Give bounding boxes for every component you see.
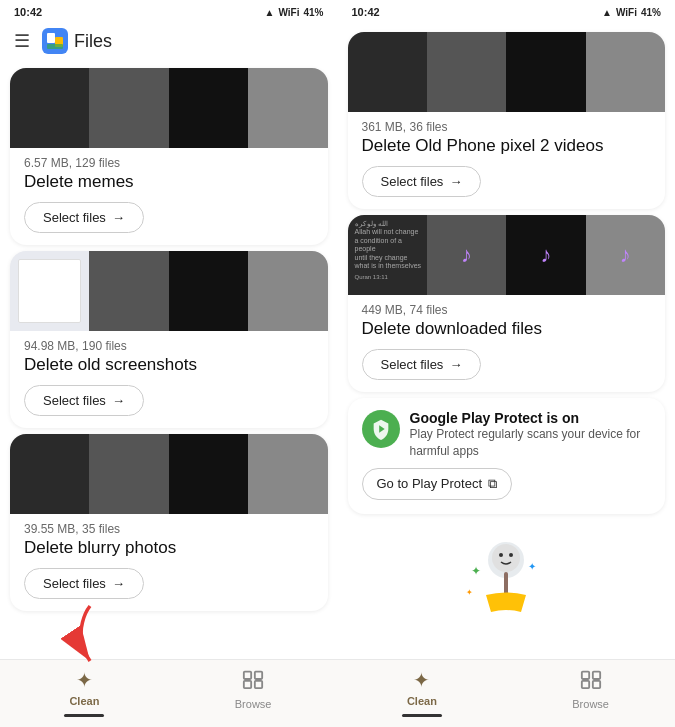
- right-bottom-nav: ✦ Clean Browse: [338, 659, 676, 727]
- right-clean-label: Clean: [407, 695, 437, 707]
- svg-rect-6: [255, 672, 262, 679]
- clean-illustration: ✦ ✦ ✦: [338, 520, 676, 630]
- right-battery-label: 41%: [641, 7, 661, 18]
- play-protect-icon: [362, 410, 400, 448]
- svg-rect-19: [592, 672, 599, 679]
- right-nav-indicator: [402, 714, 442, 717]
- videos-card: 361 MB, 36 files Delete Old Phone pixel …: [348, 32, 666, 209]
- downloads-info: 449 MB, 74 files Delete downloaded files…: [348, 295, 666, 392]
- pp-text-block: Google Play Protect is on Play Protect r…: [410, 410, 652, 460]
- music-note-3: ♪: [620, 242, 631, 268]
- svg-rect-21: [592, 681, 599, 688]
- videos-images: [348, 32, 666, 112]
- red-arrow: [60, 601, 120, 675]
- music-note-2: ♪: [540, 242, 551, 268]
- play-protect-card: Google Play Protect is on Play Protect r…: [348, 398, 666, 514]
- app-name: Files: [74, 31, 112, 52]
- memes-info: 6.57 MB, 129 files Delete memes Select f…: [10, 148, 328, 245]
- go-protect-label: Go to Play Protect: [377, 476, 483, 491]
- right-time: 10:42: [352, 6, 380, 18]
- svg-rect-7: [244, 681, 251, 688]
- pp-title: Google Play Protect is on: [410, 410, 652, 426]
- right-browse-icon: [580, 668, 602, 695]
- meme-img-3: [169, 68, 248, 148]
- memes-meta: 6.57 MB, 129 files: [24, 156, 314, 170]
- blurry-meta: 39.55 MB, 35 files: [24, 522, 314, 536]
- left-phone-panel: 10:42 ▲ WiFi 41% ☰ Files: [0, 0, 338, 727]
- blur-img-4: [248, 434, 327, 514]
- svg-rect-18: [581, 672, 588, 679]
- svg-rect-5: [244, 672, 251, 679]
- left-time: 10:42: [14, 6, 42, 18]
- svg-text:✦: ✦: [528, 561, 536, 572]
- blurry-info: 39.55 MB, 35 files Delete blurry photos …: [10, 514, 328, 611]
- right-phone-panel: 10:42 ▲ WiFi 41% 361 MB, 36 files Delete…: [338, 0, 676, 727]
- blurry-title: Delete blurry photos: [24, 538, 314, 558]
- memes-card: 6.57 MB, 129 files Delete memes Select f…: [10, 68, 328, 245]
- files-logo-icon: [42, 28, 68, 54]
- memes-title: Delete memes: [24, 172, 314, 192]
- right-scroll-content: 361 MB, 36 files Delete Old Phone pixel …: [338, 22, 676, 659]
- browse-label: Browse: [235, 698, 272, 710]
- blur-img-3: [169, 434, 248, 514]
- ss-img-2: [89, 251, 168, 331]
- nav-indicator: [64, 714, 104, 717]
- meme-img-4: [248, 68, 327, 148]
- vid-img-1: [348, 32, 427, 112]
- left-nav-browse[interactable]: Browse: [169, 660, 338, 719]
- menu-icon[interactable]: ☰: [14, 30, 30, 52]
- svg-text:✦: ✦: [471, 564, 481, 578]
- screenshots-select-button[interactable]: Select files →: [24, 385, 144, 416]
- app-logo: Files: [42, 28, 112, 54]
- blur-img-1: [10, 434, 89, 514]
- clean-svg: ✦ ✦ ✦: [456, 540, 556, 620]
- battery-label: 41%: [303, 7, 323, 18]
- downloads-meta: 449 MB, 74 files: [362, 303, 652, 317]
- go-play-protect-button[interactable]: Go to Play Protect ⧉: [362, 468, 513, 500]
- memes-select-button[interactable]: Select files →: [24, 202, 144, 233]
- downloads-card: الله ولو كره Allah will not change a con…: [348, 215, 666, 392]
- ss-img-3: [169, 251, 248, 331]
- right-status-icons: ▲ WiFi 41%: [602, 7, 661, 18]
- right-browse-label: Browse: [572, 698, 609, 710]
- downloads-title: Delete downloaded files: [362, 319, 652, 339]
- pp-subtitle: Play Protect regularly scans your device…: [410, 426, 652, 460]
- vid-img-2: [427, 32, 506, 112]
- screenshots-title: Delete old screenshots: [24, 355, 314, 375]
- left-status-bar: 10:42 ▲ WiFi 41%: [0, 0, 338, 22]
- svg-point-13: [509, 553, 513, 557]
- left-scroll-content: 6.57 MB, 129 files Delete memes Select f…: [0, 62, 338, 659]
- screenshots-images: [10, 251, 328, 331]
- wifi-icon: WiFi: [278, 7, 299, 18]
- svg-rect-1: [47, 33, 55, 43]
- svg-point-11: [492, 544, 520, 572]
- svg-text:✦: ✦: [466, 588, 473, 597]
- downloads-select-button[interactable]: Select files →: [362, 349, 482, 380]
- shield-play-svg: [370, 418, 392, 440]
- screenshots-card: 94.98 MB, 190 files Delete old screensho…: [10, 251, 328, 428]
- blur-img-2: [89, 434, 168, 514]
- dl-img-3: ♪: [506, 215, 585, 295]
- left-top-bar: ☰ Files: [0, 22, 338, 62]
- blurry-card: 39.55 MB, 35 files Delete blurry photos …: [10, 434, 328, 611]
- meme-img-1: [10, 68, 89, 148]
- clean-label: Clean: [69, 695, 99, 707]
- dl-img-4: ♪: [586, 215, 665, 295]
- right-nav-browse[interactable]: Browse: [506, 660, 675, 719]
- right-nav-clean[interactable]: ✦ Clean: [338, 660, 507, 719]
- videos-select-button[interactable]: Select files →: [362, 166, 482, 197]
- external-link-icon: ⧉: [488, 476, 497, 492]
- screenshots-info: 94.98 MB, 190 files Delete old screensho…: [10, 331, 328, 428]
- right-signal-icon: ▲: [602, 7, 612, 18]
- screenshots-meta: 94.98 MB, 190 files: [24, 339, 314, 353]
- downloads-images: الله ولو كره Allah will not change a con…: [348, 215, 666, 295]
- videos-info: 361 MB, 36 files Delete Old Phone pixel …: [348, 112, 666, 209]
- blurry-select-button[interactable]: Select files →: [24, 568, 144, 599]
- ss-img-4: [248, 251, 327, 331]
- videos-title: Delete Old Phone pixel 2 videos: [362, 136, 652, 156]
- left-bottom-nav: ✦ Clean Browse: [0, 659, 338, 727]
- vid-img-3: [506, 32, 585, 112]
- left-status-icons: ▲ WiFi 41%: [265, 7, 324, 18]
- svg-point-12: [499, 553, 503, 557]
- svg-rect-3: [47, 44, 63, 49]
